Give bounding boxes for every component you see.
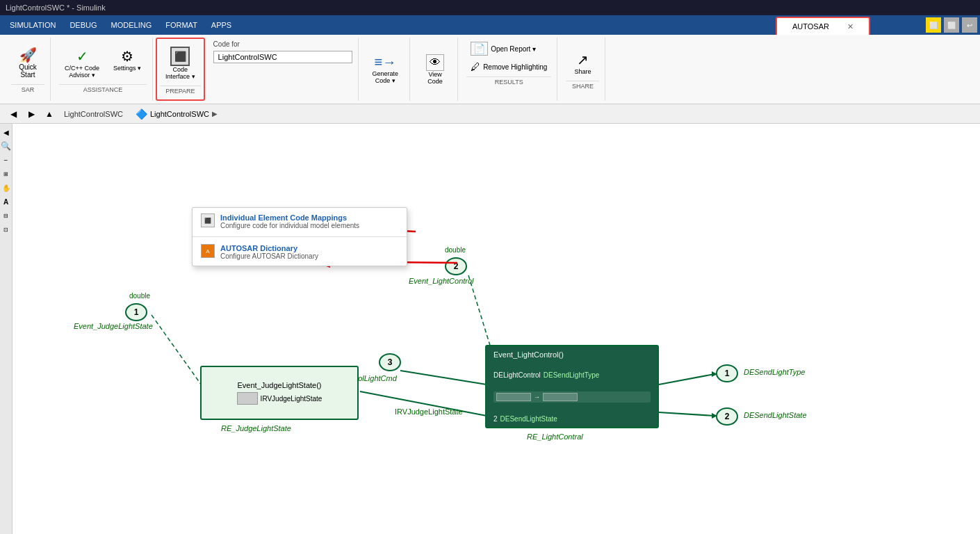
share-group-label: SHARE [566, 81, 599, 90]
remove-highlighting-icon: 🖊 [471, 61, 480, 72]
window-control-2[interactable]: ⬜ [944, 17, 959, 33]
title-bar: LightControlSWC * - Simulink [0, 0, 980, 15]
block-light-control[interactable]: Event_LightControl() DELightControl DESe… [485, 345, 659, 428]
autosar-item-text: AUTOSAR Dictionary Configure AUTOSAR Dic… [220, 244, 318, 260]
irv-connection-label: IRVJudgeLightState [395, 407, 463, 416]
ribbon-group-assistance: ✓ C/C++ CodeAdvisor ▾ ⚙ Settings ▾ ASSIS… [54, 38, 153, 101]
menu-modeling[interactable]: MODELING [104, 18, 159, 32]
cc-icon: ✓ [76, 48, 88, 65]
view-code-button[interactable]: 👁 ViewCode [418, 51, 452, 88]
block-light-line1: Event_LightControl() [493, 350, 651, 359]
model-expand-icon[interactable]: ▶ [212, 110, 218, 118]
dropdown-item-individual[interactable]: ⬛ Individual Element Code Mappings Confi… [193, 208, 407, 235]
individual-icon-shape: ⬛ [204, 218, 211, 224]
nav-up-button[interactable]: ▲ [42, 106, 57, 122]
svg-line-4 [400, 371, 487, 385]
zoom-in-btn[interactable]: 🔍 [1, 140, 12, 152]
menu-debug[interactable]: DEBUG [63, 18, 104, 32]
left-btn-1[interactable]: ◀ [1, 127, 12, 138]
menu-format[interactable]: FORMAT [158, 18, 204, 32]
ribbon-group-generate: ≡→ GenerateCode ▾ [361, 38, 411, 101]
window-control-3[interactable]: ↩ [962, 17, 977, 33]
block-light-inner: → [493, 391, 651, 403]
settings-label: Settings ▾ [113, 65, 141, 72]
quick-start-icon: 🚀 [19, 48, 37, 62]
menu-apps[interactable]: APPS [204, 18, 238, 32]
menu-simulation[interactable]: SIMULATION [3, 18, 63, 32]
code-for-label: Code for [213, 40, 352, 48]
assistance-group-label: ASSISTANCE [59, 84, 147, 93]
nav-forward-button[interactable]: ▶ [24, 106, 39, 122]
generate-code-button[interactable]: ≡→ GenerateCode ▾ [367, 51, 405, 87]
extra-btn[interactable]: ⊡ [1, 224, 12, 235]
ribbon-group-share: ↗ Share SHARE [560, 38, 605, 101]
port-1-circle: 1 [125, 303, 147, 321]
view-code-label: ViewCode [427, 71, 443, 85]
pan-btn[interactable]: ✋ [1, 182, 12, 193]
tab-autosar[interactable]: AUTOSAR ✕ [776, 17, 870, 35]
main-area: ◀ 🔍 − ⊞ ✋ A ⊟ ⊡ 1 Event_J [0, 124, 980, 534]
cc-code-advisor-button[interactable]: ✓ C/C++ CodeAdvisor ▾ [59, 45, 105, 81]
settings-button[interactable]: ⚙ Settings ▾ [108, 45, 147, 81]
individual-icon: ⬛ [201, 213, 215, 227]
prepare-group-label: PREPARE [160, 86, 201, 95]
open-report-button[interactable]: 📄 Open Report ▾ [466, 40, 551, 57]
block-judge-line1: Event_JudgeLightState() [237, 381, 321, 389]
generate-code-label: GenerateCode ▾ [373, 70, 399, 84]
autosar-icon-shape: A [206, 248, 209, 254]
remove-highlighting-label: Remove Highlighting [483, 63, 547, 71]
block-judge-light-state[interactable]: Event_JudgeLightState() IRVJudgeLightSta… [200, 366, 359, 420]
code-interface-button[interactable]: ⬛ CodeInterface ▾ [160, 44, 201, 83]
quick-start-label: QuickStart [19, 63, 37, 79]
left-panel: ◀ 🔍 − ⊞ ✋ A ⊟ ⊡ [0, 124, 13, 534]
text-btn[interactable]: A [1, 196, 12, 207]
dropdown-divider [193, 236, 407, 237]
tab-label: AUTOSAR [785, 19, 836, 33]
svg-line-6 [659, 374, 714, 385]
sar-group-label: SAR [11, 84, 44, 93]
model-path: LightControlSWC [150, 110, 209, 118]
nav-back-button[interactable]: ◀ [6, 106, 21, 122]
ribbon-group-view: 👁 ViewCode [413, 38, 458, 101]
remove-highlighting-button[interactable]: 🖊 Remove Highlighting [466, 60, 551, 74]
breadcrumb: LightControlSWC [60, 110, 127, 118]
svg-line-8 [659, 412, 714, 416]
share-label: Share [574, 68, 591, 75]
quick-start-button[interactable]: 🚀 QuickStart [11, 45, 44, 81]
code-for-input[interactable] [213, 51, 352, 63]
code-interface-icon: ⬛ [170, 47, 190, 66]
cc-label: C/C++ CodeAdvisor ▾ [65, 65, 99, 79]
fit-btn[interactable]: ⊞ [1, 168, 12, 179]
ribbon-group-results: 📄 Open Report ▾ 🖊 Remove Highlighting RE… [461, 38, 557, 101]
ruler-btn[interactable]: ⊟ [1, 210, 12, 221]
block-light-label: RE_LightContral [527, 432, 583, 441]
ribbon-group-sar: 🚀 QuickStart SAR [6, 38, 51, 101]
block-light-line2: DELightControl DESendLightType [493, 371, 651, 379]
generate-code-icon: ≡→ [375, 54, 397, 70]
out-port-2-label: DESendLightState [744, 411, 807, 419]
settings-icon: ⚙ [121, 48, 133, 65]
out-port-2-circle: 2 [716, 407, 738, 426]
autosar-title: AUTOSAR Dictionary [220, 244, 318, 252]
block-judge-line2: IRVJudgeLightState [237, 392, 322, 405]
results-group-label: RESULTS [466, 76, 551, 86]
out-port-1-label: DESendLightType [744, 368, 805, 376]
menu-bar: SIMULATION DEBUG MODELING FORMAT APPS AU… [0, 15, 980, 35]
individual-desc: Configure code for individual model elem… [220, 222, 359, 229]
window-control-1[interactable]: ⬜ [926, 17, 941, 33]
autosar-desc: Configure AUTOSAR Dictionary [220, 252, 318, 260]
autosar-icon: A [201, 244, 215, 258]
dropdown-item-autosar[interactable]: A AUTOSAR Dictionary Configure AUTOSAR D… [193, 238, 407, 266]
code-for-section: Code for [208, 38, 359, 101]
port-1-type: double [129, 292, 150, 300]
port-1-label: Event_JudgeLightState [74, 322, 153, 330]
zoom-out-btn[interactable]: − [1, 154, 12, 165]
port-2-circle: 2 [445, 257, 467, 275]
code-interface-label: CodeInterface ▾ [165, 66, 195, 80]
individual-item-text: Individual Element Code Mappings Configu… [220, 213, 359, 229]
ribbon-group-prepare: ⬛ CodeInterface ▾ PREPARE [156, 38, 205, 101]
block-judge-label: RE_JudgeLightState [221, 424, 291, 432]
share-button[interactable]: ↗ Share [566, 49, 599, 78]
port-2-type: double [445, 246, 466, 254]
tab-close-icon[interactable]: ✕ [840, 19, 860, 34]
